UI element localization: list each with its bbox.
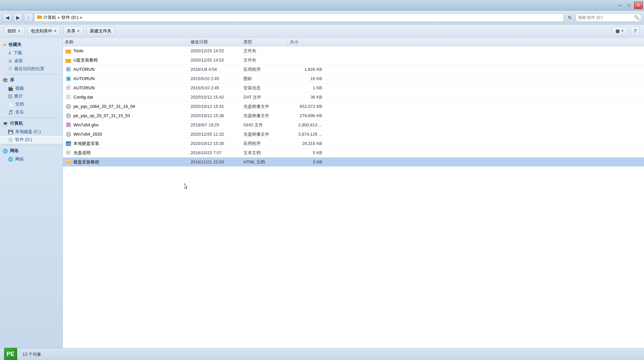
table-row[interactable]: pe_yqs_xp_20_07_31_15_53 2020/10/12 15:3… (63, 111, 644, 120)
file-list-container: 名称 修改日期 类型 大小 Tools 2020/12/25 14:52 文件夹… (63, 38, 644, 348)
file-name-cell: 光盘说明 (63, 150, 189, 156)
include-library-button[interactable]: 包含到库中 ▼ (27, 26, 61, 36)
sidebar-network-header[interactable]: 🌐 网络 (0, 147, 63, 155)
refresh-button[interactable]: ↻ (566, 13, 574, 22)
up-button[interactable]: ↑ (24, 13, 33, 22)
file-date-cell: 2016/10/23 7:07 (189, 150, 241, 155)
svg-marker-30 (69, 122, 71, 124)
share-arrow: ▼ (77, 29, 80, 33)
share-button[interactable]: 共享 ▼ (63, 26, 84, 36)
file-date-cell: 2020/10/12 15:41 (189, 104, 241, 109)
status-logo: PE (4, 348, 17, 360)
divider-2 (3, 117, 60, 118)
new-folder-button[interactable]: 新建文件夹 (86, 26, 115, 36)
table-row[interactable]: HTML 硬盘安装教程 2016/11/21 22:03 HTML 文档 3 K… (63, 158, 644, 167)
table-row[interactable]: Tools 2020/12/25 14:52 文件夹 (63, 46, 644, 56)
forward-button[interactable]: ▶ (13, 13, 22, 22)
table-row[interactable]: Win7x64.gho 2019/9/7 19:25 GHO 文件 2,900,… (63, 120, 644, 130)
sidebar-item-disk-c[interactable]: 💾 本地磁盘 (C:) (0, 128, 63, 136)
table-row[interactable]: EXE 本地硬盘安装 2020/10/12 15:30 应用程序 28,315 … (63, 139, 644, 148)
file-icon: HTML (65, 159, 71, 165)
path-computer[interactable]: 计算机 ▶ (43, 15, 62, 21)
network-icon: 🌐 (8, 157, 13, 162)
table-row[interactable]: AUTORUN 2016/1/8 4:54 应用程序 1,926 KB (63, 65, 644, 74)
view-button[interactable]: ▦ ▼ (612, 26, 628, 36)
svg-rect-9 (67, 68, 69, 69)
file-name-text: pe_yqs_xp_20_07_31_15_53 (73, 113, 130, 118)
file-size-cell: 1,926 KB (288, 67, 327, 72)
svg-rect-40 (67, 152, 69, 152)
maximize-button[interactable]: □ (625, 2, 633, 9)
back-button[interactable]: ◀ (3, 13, 12, 22)
file-type-cell: 应用程序 (241, 67, 288, 72)
sidebar-library-header[interactable]: 📚 库 (0, 76, 63, 84)
file-icon (65, 131, 71, 137)
table-row[interactable]: pe_yqs_1064_20_07_31_16_04 2020/10/12 15… (63, 102, 644, 111)
table-row[interactable]: AUTORUN 2015/5/10 2:45 图标 10 KB (63, 74, 644, 83)
svg-rect-18 (67, 88, 69, 88)
sidebar-item-video[interactable]: 🎬 视频 (0, 84, 63, 92)
svg-rect-10 (67, 69, 69, 69)
disk-d-icon: 💿 (8, 137, 13, 142)
file-name-text: pe_yqs_1064_20_07_31_16_04 (73, 104, 135, 109)
table-row[interactable]: 光盘说明 2016/10/23 7:07 文本文档 5 KB (63, 148, 644, 158)
file-icon (65, 150, 71, 156)
sidebar-item-pictures[interactable]: 🖼 图片 (0, 92, 63, 100)
address-path[interactable]: 计算机 ▶ 软件 (D:) ▶ (34, 13, 564, 22)
file-date-cell: 2015/5/10 2:45 (189, 85, 241, 90)
sidebar-item-downloads[interactable]: ⬇ 下载 (0, 49, 63, 57)
file-name-text: AUTORUN (73, 67, 95, 72)
path-drive[interactable]: 软件 (D:) ▶ (62, 15, 84, 21)
sidebar-item-music[interactable]: 🎵 音乐 (0, 108, 63, 116)
file-rows-container: Tools 2020/12/25 14:52 文件夹 U盘安装教程 2020/1… (63, 46, 644, 167)
file-date-cell: 2016/1/8 4:54 (189, 67, 241, 72)
view-icon: ▦ (616, 28, 620, 33)
table-row[interactable]: U盘安装教程 2020/12/25 14:52 文件夹 (63, 56, 644, 65)
svg-rect-22 (69, 96, 71, 99)
file-name-cell: HTML 硬盘安装教程 (63, 159, 189, 165)
file-icon (65, 113, 71, 119)
file-name-text: AUTORUN (73, 85, 95, 90)
file-type-cell: 光盘映像文件 (241, 113, 288, 119)
sidebar-item-network[interactable]: 🌐 网络 (0, 155, 63, 163)
file-date-cell: 2019/9/7 19:25 (189, 122, 241, 127)
file-name-text: 光盘说明 (73, 150, 91, 156)
sidebar-item-disk-d[interactable]: 💿 软件 (D:) (0, 136, 63, 144)
file-size-cell: 36 KB (288, 95, 327, 100)
file-size-cell: 2,900,813 ... (288, 122, 327, 127)
file-date-cell: 2015/5/10 2:45 (189, 76, 241, 81)
table-row[interactable]: AUTORUN 2015/5/10 2:45 安装信息 1 KB (63, 83, 644, 93)
toolbar: 组织 ▼ 包含到库中 ▼ 共享 ▼ 新建文件夹 ▦ ▼ ? (0, 24, 644, 38)
column-header-date[interactable]: 修改日期 (189, 38, 241, 46)
close-button[interactable]: ✕ (634, 2, 643, 9)
sidebar-item-documents[interactable]: 📄 文档 (0, 100, 63, 108)
disk-c-icon: 💾 (8, 129, 13, 134)
minimize-button[interactable]: ─ (616, 2, 624, 9)
file-icon (65, 67, 71, 72)
table-row[interactable]: Win7x64_2020 2020/12/25 11:32 光盘映像文件 3,8… (63, 130, 644, 139)
table-row[interactable]: Config.dat 2020/10/12 15:42 DAT 文件 36 KB (63, 93, 644, 102)
column-header-size[interactable]: 大小 (288, 38, 327, 46)
file-type-cell: GHO 文件 (241, 122, 288, 128)
divider-1 (3, 74, 60, 74)
organize-button[interactable]: 组织 ▼ (4, 26, 24, 36)
file-type-cell: 文件夹 (241, 48, 288, 54)
svg-rect-31 (69, 124, 71, 127)
column-header-type[interactable]: 类型 (241, 38, 288, 46)
file-name-cell: EXE 本地硬盘安装 (63, 141, 189, 147)
computer-icon: 💻 (3, 121, 8, 126)
file-name-text: Config.dat (73, 95, 93, 100)
sidebar-item-recent[interactable]: ⏱ 最近访问的位置 (0, 65, 63, 73)
search-button[interactable]: 🔍 (634, 15, 639, 20)
svg-point-34 (68, 134, 69, 135)
file-icon (65, 104, 71, 110)
help-icon: ? (634, 28, 636, 33)
file-date-cell: 2020/12/25 14:52 (189, 58, 241, 63)
sidebar-item-desktop[interactable]: 🖥 桌面 (0, 57, 63, 65)
svg-marker-38 (69, 150, 71, 152)
help-button[interactable]: ? (630, 26, 640, 36)
sidebar-favorites-header[interactable]: ★ 收藏夹 (0, 40, 63, 49)
search-input[interactable] (575, 13, 641, 22)
column-header-name[interactable]: 名称 (63, 38, 189, 46)
sidebar-computer-header[interactable]: 💻 计算机 (0, 119, 63, 128)
